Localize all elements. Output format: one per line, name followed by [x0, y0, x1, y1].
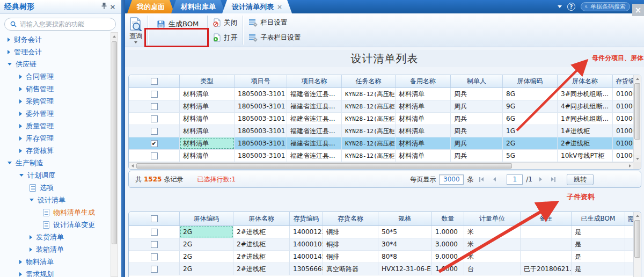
- horizontal-scrollbar[interactable]: [129, 162, 633, 169]
- table-row[interactable]: 材料清单 1805003-3101 福建省连江县... KYN28-12(高压柜…: [129, 88, 641, 100]
- save-disk-icon: [157, 20, 165, 28]
- row-checkbox-checked[interactable]: ✔: [129, 137, 180, 149]
- tab-material-outbound[interactable]: 材料出库单: [171, 0, 225, 13]
- sidebar-item-manufacturing[interactable]: 生产制造: [0, 157, 109, 169]
- scroll-left-arrow[interactable]: [129, 163, 136, 169]
- table-row-selected[interactable]: ✔ 材料清单 1805003-3101 福建省连江县... KYN28-12(高…: [129, 137, 641, 150]
- table-row[interactable]: 2G 2#进线柜 13056668 真空断路器 HVX12-31-06-E 1.…: [129, 263, 641, 275]
- query-button[interactable]: 查询: [125, 13, 147, 47]
- jump-button[interactable]: 跳转: [567, 174, 594, 185]
- sidebar-item-contract[interactable]: 合同管理: [0, 70, 109, 83]
- sidebar-item-bom-generate[interactable]: 物料清单生成: [0, 206, 109, 218]
- last-page-button[interactable]: [548, 174, 558, 184]
- row-checkbox[interactable]: [129, 150, 180, 162]
- sidebar-item-inventory[interactable]: 库存管理: [0, 132, 109, 144]
- tab-bar: 我的桌面 材料出库单 设计清单列表× ? 单据条码搜索: [125, 0, 644, 13]
- page-number-input[interactable]: 1: [507, 174, 523, 185]
- panel-splitter[interactable]: [121, 0, 125, 277]
- focused-cell[interactable]: 2G: [180, 226, 233, 238]
- selected-rows-info: 已选择行数:1: [197, 175, 236, 184]
- sidebar-item-supply-chain[interactable]: 供应链: [0, 58, 109, 70]
- help-icon[interactable]: ?: [567, 3, 575, 11]
- sidebar-item-stock-accounting[interactable]: 存货核算: [0, 144, 109, 157]
- row-checkbox[interactable]: [129, 263, 180, 275]
- column-header: 项目号: [235, 75, 287, 88]
- first-page-button[interactable]: [477, 174, 486, 184]
- generate-bom-button[interactable]: 生成BOM: [150, 15, 205, 33]
- table-row[interactable]: 2G 2#进线柜 14000123 铜排 50*5 1.0000 米 是: [129, 226, 641, 238]
- select-all-checkbox[interactable]: [129, 75, 180, 88]
- chevron-right-icon: [19, 112, 22, 116]
- sidebar-search-input[interactable]: 请输入您要搜索的功能: [4, 18, 116, 31]
- sidebar-scrollbar[interactable]: [111, 32, 118, 277]
- list-gear-icon: [248, 19, 258, 27]
- table-row[interactable]: 材料清单 1805003-3101 福建省连江县... KYN28-12(高压柜…: [129, 150, 641, 162]
- sidebar-item-shipping-list[interactable]: 发货清单: [0, 231, 109, 243]
- barcode-search-input[interactable]: 单据条码搜索: [581, 2, 630, 11]
- table-row[interactable]: 材料清单 1805003-3101 福建省连江县... KYN28-12(高压柜…: [129, 100, 641, 113]
- scrollbar-thumb[interactable]: [634, 220, 640, 258]
- sidebar-close-icon[interactable]: ×: [108, 3, 117, 11]
- tab-design-list[interactable]: 设计清单列表×: [222, 0, 292, 13]
- row-checkbox[interactable]: [129, 238, 180, 250]
- scroll-right-arrow[interactable]: [626, 163, 633, 169]
- open-document-button[interactable]: 打开: [211, 31, 239, 44]
- vertical-scrollbar[interactable]: [633, 75, 641, 162]
- scroll-up-arrow[interactable]: [634, 75, 641, 82]
- sidebar-item-mgmt-accounting[interactable]: 管理会计: [0, 46, 109, 58]
- table-row[interactable]: 材料清单 1805003-3101 福建省连江县... KYN28-12(高压柜…: [129, 113, 641, 125]
- sidebar-item-packing-list[interactable]: 装箱清单: [0, 243, 109, 256]
- close-window-icon[interactable]: ×: [632, 4, 644, 16]
- column-settings-button[interactable]: 栏目设置: [246, 16, 303, 29]
- sidebar-item-options[interactable]: 选项: [0, 181, 109, 194]
- row-checkbox[interactable]: [129, 88, 180, 100]
- per-page-input[interactable]: 3000: [439, 174, 464, 185]
- scrollbar-thumb[interactable]: [112, 41, 117, 244]
- total-prefix: 共: [135, 175, 142, 184]
- subtable-column-settings-button[interactable]: 子表栏目设置: [246, 31, 303, 44]
- tab-my-desktop[interactable]: 我的桌面: [127, 0, 174, 13]
- sidebar-item-demand-planning[interactable]: 需求规划: [0, 268, 109, 277]
- chevron-down-icon[interactable]: [558, 5, 562, 8]
- table-row[interactable]: 2G 2#进线柜 14000105 铜排 30*4 3.0000 米 是: [129, 238, 641, 251]
- pin-icon[interactable]: [100, 2, 108, 12]
- scroll-up-arrow[interactable]: [634, 212, 641, 219]
- column-header: 规格: [378, 212, 432, 225]
- table-row[interactable]: 2G 2#进线柜 14000145 铜排 80*8 9.0000 米 是: [129, 251, 641, 263]
- sidebar-item-plan-scheduling[interactable]: 计划调度: [0, 169, 109, 181]
- annotation-child-note: 子件资料: [567, 192, 595, 202]
- row-checkbox[interactable]: [129, 125, 180, 137]
- row-checkbox[interactable]: [129, 226, 180, 238]
- total-count: 1525: [144, 176, 162, 183]
- sidebar-item-purchase[interactable]: 采购管理: [0, 95, 109, 107]
- scrollbar-thumb[interactable]: [136, 163, 512, 169]
- vertical-scrollbar[interactable]: [633, 212, 641, 277]
- sidebar-item-design-change[interactable]: 设计清单变更: [0, 218, 109, 231]
- sidebar-item-material-list[interactable]: 物料清单: [0, 256, 109, 268]
- sidebar-search-placeholder: 请输入您要搜索的功能: [20, 20, 84, 29]
- sidebar-item-sales[interactable]: 销售管理: [0, 83, 109, 95]
- chevron-right-icon: [8, 38, 10, 42]
- row-checkbox[interactable]: [129, 251, 180, 263]
- select-all-checkbox[interactable]: [129, 212, 180, 225]
- focused-cell[interactable]: 材料清单: [180, 137, 235, 149]
- close-doc-icon: [213, 18, 221, 27]
- next-page-button[interactable]: [536, 174, 545, 184]
- sidebar-item-outsourcing[interactable]: 委外管理: [0, 107, 109, 120]
- open-doc-icon: [213, 33, 221, 42]
- prev-page-button[interactable]: [489, 174, 499, 184]
- row-checkbox[interactable]: [129, 113, 180, 125]
- column-header: 制单人: [451, 75, 503, 88]
- scroll-up-arrow[interactable]: [111, 33, 118, 40]
- document-icon: [43, 209, 49, 216]
- search-icon: [585, 4, 588, 10]
- scroll-down-arrow[interactable]: [634, 155, 641, 162]
- sidebar-item-design-list[interactable]: 设计清单: [0, 194, 109, 206]
- sidebar-item-quality[interactable]: 质量管理: [0, 120, 109, 132]
- table-row[interactable]: 材料清单 1805003-3101 福建省连江县... KYN28-12(高压柜…: [129, 125, 641, 137]
- scrollbar-thumb[interactable]: [634, 83, 640, 140]
- row-checkbox[interactable]: [129, 100, 180, 112]
- tab-close-icon[interactable]: ×: [277, 3, 282, 11]
- sidebar-item-finance[interactable]: 财务会计: [0, 33, 109, 46]
- close-document-button[interactable]: 关闭: [211, 16, 239, 29]
